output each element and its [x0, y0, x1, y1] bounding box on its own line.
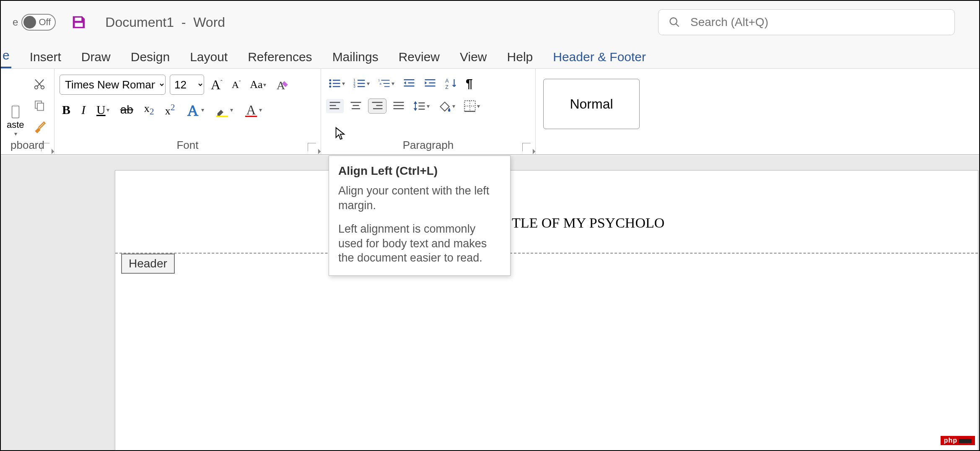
font-name-select[interactable]: Times New Roman	[60, 75, 166, 95]
font-color-button[interactable]: A ▾	[241, 101, 264, 119]
paste-button[interactable]: aste ▾	[4, 103, 27, 139]
increase-indent-icon	[424, 78, 436, 89]
search-box[interactable]	[658, 9, 955, 35]
sort-icon: AZ	[445, 77, 457, 90]
strikethrough-icon: ab	[120, 103, 133, 117]
bullets-icon	[329, 78, 341, 89]
subscript-button[interactable]: x2	[142, 101, 157, 119]
justify-button[interactable]	[390, 99, 407, 113]
tab-help[interactable]: Help	[506, 47, 535, 68]
shading-button[interactable]: ▾	[436, 98, 458, 114]
tab-references[interactable]: References	[246, 47, 314, 68]
highlight-button[interactable]: ▾	[213, 101, 236, 119]
clear-formatting-button[interactable]: A	[273, 76, 292, 93]
tooltip-body: Align your content with the left margin.…	[338, 184, 501, 265]
autosave-pill[interactable]: Off	[21, 14, 56, 31]
ribbon: aste ▾ pboard	[1, 69, 979, 155]
group-styles: Normal	[536, 69, 979, 154]
chevron-down-icon: ▾	[14, 130, 17, 137]
change-case-button[interactable]: Aa▾	[247, 77, 269, 93]
tab-draw[interactable]: Draw	[80, 47, 112, 68]
cursor-pointer-icon	[334, 127, 346, 144]
bold-icon: B	[62, 103, 70, 117]
show-formatting-button[interactable]: ¶	[463, 75, 475, 92]
svg-text:A: A	[246, 103, 256, 117]
multilevel-list-icon: 1a	[378, 78, 391, 89]
tab-mailings[interactable]: Mailings	[331, 47, 380, 68]
tooltip-line1: Align your content with the left margin.	[338, 184, 501, 213]
chevron-down-icon: ▾	[259, 106, 262, 113]
svg-text:A: A	[187, 103, 198, 117]
text-effects-button[interactable]: A ▾	[184, 101, 207, 119]
copy-button[interactable]	[30, 97, 49, 113]
font-size-select[interactable]: 12	[170, 75, 204, 95]
search-input[interactable]	[690, 16, 944, 29]
tab-view[interactable]: View	[458, 47, 488, 68]
tab-home[interactable]: e	[1, 46, 11, 68]
pilcrow-icon: ¶	[466, 76, 473, 91]
cut-button[interactable]	[30, 76, 49, 92]
group-font: Times New Roman 12 Aˆ Aˇ Aa▾ A B I U▾ ab…	[54, 69, 321, 154]
title-bar: e Off Document1 - Word	[1, 1, 979, 44]
align-left-button[interactable]	[326, 99, 344, 113]
svg-line-2	[676, 24, 679, 27]
svg-point-18	[329, 83, 331, 85]
document-title[interactable]: Document1 - Word	[105, 15, 225, 30]
autosave-toggle[interactable]: e Off	[13, 14, 56, 31]
numbering-button[interactable]: 123 ▾	[351, 76, 372, 91]
tab-header-footer[interactable]: Header & Footer	[551, 47, 648, 68]
tab-insert[interactable]: Insert	[28, 47, 63, 68]
decrease-indent-button[interactable]	[400, 76, 418, 91]
shrink-font-button[interactable]: Aˇ	[229, 78, 243, 92]
page[interactable]: TLE OF MY PSYCHOLO Header	[115, 170, 978, 450]
grow-font-button[interactable]: Aˆ	[208, 75, 225, 94]
format-painter-button[interactable]	[30, 118, 49, 135]
tooltip-title: Align Left (Ctrl+L)	[338, 164, 501, 178]
document-heading-text[interactable]: TLE OF MY PSYCHOLO	[512, 215, 664, 231]
bold-button[interactable]: B	[60, 101, 73, 119]
bullets-button[interactable]: ▾	[326, 76, 347, 91]
tab-layout[interactable]: Layout	[188, 47, 229, 68]
font-dialog-launcher[interactable]	[308, 143, 316, 151]
watermark-badge: php	[941, 436, 975, 445]
tab-design[interactable]: Design	[129, 47, 171, 68]
highlighter-icon	[215, 103, 229, 117]
line-spacing-button[interactable]: ▾	[411, 98, 432, 114]
ribbon-tabs: e Insert Draw Design Layout References M…	[1, 44, 979, 69]
superscript-button[interactable]: x2	[163, 101, 178, 119]
italic-icon: I	[81, 103, 86, 117]
font-color-icon: A	[244, 103, 258, 117]
decrease-indent-icon	[403, 78, 415, 89]
svg-text:Z: Z	[445, 84, 449, 90]
italic-button[interactable]: I	[79, 101, 88, 119]
svg-rect-15	[245, 116, 257, 117]
save-button[interactable]	[70, 13, 88, 31]
paragraph-dialog-launcher[interactable]	[522, 143, 531, 151]
sort-button[interactable]: AZ	[442, 75, 460, 91]
svg-rect-10	[37, 103, 44, 111]
borders-button[interactable]: ▾	[461, 98, 482, 114]
svg-text:3: 3	[353, 84, 355, 88]
chevron-down-icon: ▾	[263, 81, 266, 88]
strikethrough-button[interactable]: ab	[118, 101, 136, 118]
increase-indent-button[interactable]	[421, 76, 439, 91]
style-normal[interactable]: Normal	[543, 79, 640, 129]
copy-icon	[33, 99, 46, 111]
underline-button[interactable]: U▾	[94, 101, 112, 119]
group-clipboard: aste ▾ pboard	[1, 69, 54, 154]
borders-icon	[464, 100, 476, 112]
align-right-button[interactable]	[368, 98, 386, 114]
search-icon	[669, 16, 680, 28]
tab-review[interactable]: Review	[397, 47, 441, 68]
align-center-button[interactable]	[347, 99, 365, 113]
eraser-a-icon: A	[275, 78, 290, 92]
chevron-down-icon: ▾	[427, 103, 430, 109]
clipboard-dialog-launcher[interactable]	[41, 143, 49, 151]
svg-rect-4	[13, 105, 18, 107]
multilevel-list-button[interactable]: 1a ▾	[376, 76, 397, 91]
header-region-tag[interactable]: Header	[121, 254, 175, 274]
svg-text:A: A	[445, 78, 449, 84]
svg-point-16	[329, 79, 331, 81]
chevron-down-icon: ▾	[477, 103, 480, 109]
superscript-icon: x2	[165, 102, 175, 117]
